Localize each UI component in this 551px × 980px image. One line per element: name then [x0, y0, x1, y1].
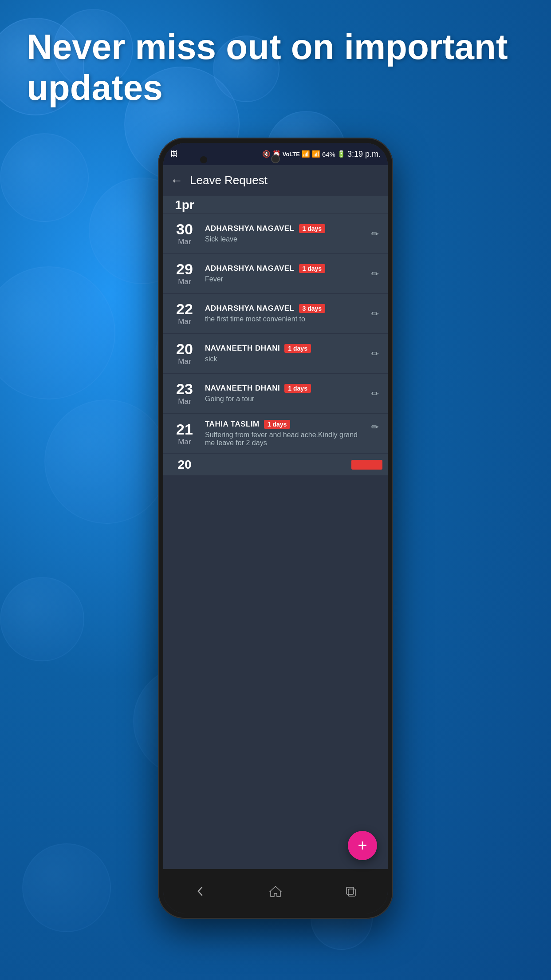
- status-time: 3:19 p.m.: [347, 150, 381, 159]
- date-column: 22 Mar: [169, 301, 201, 326]
- day-number: 21: [169, 422, 201, 437]
- date-column: 29 Mar: [169, 261, 201, 286]
- item-details: NAVANEETH DHANI 1 days Going for a tour: [201, 384, 368, 403]
- phone-device: 🖼 🔇 ⏰ VoLTE 📶 📶 64% 🔋 3:19 p.m. ← Leave …: [158, 138, 393, 919]
- status-left-icons: 🖼: [170, 150, 181, 158]
- camera: [271, 154, 280, 163]
- employee-name: ADHARSHYA NAGAVEL: [205, 304, 295, 313]
- item-details: NAVANEETH DHANI 1 days sick: [201, 344, 368, 363]
- leave-reason: Sick leave: [205, 235, 363, 243]
- day-number: 20: [169, 458, 201, 471]
- leave-reason: Suffering from fever and head ache.Kindl…: [205, 431, 363, 447]
- svg-rect-1: [346, 887, 354, 894]
- days-badge: 1 days: [299, 224, 326, 233]
- home-icon: [269, 885, 282, 898]
- day-number: 23: [169, 381, 201, 396]
- employee-name: NAVANEETH DHANI: [205, 384, 280, 393]
- item-header: TAHIA TASLIM 1 days: [205, 420, 363, 429]
- edit-button[interactable]: ✏: [368, 305, 382, 323]
- days-badge: 1 days: [284, 344, 311, 353]
- days-badge: 1 days: [284, 384, 311, 393]
- month-label: Mar: [169, 277, 201, 286]
- nav-home-button[interactable]: [262, 878, 289, 905]
- back-button[interactable]: ←: [170, 174, 183, 188]
- edit-button[interactable]: ✏: [368, 265, 382, 283]
- list-item[interactable]: 22 Mar ADHARSHYA NAGAVEL 3 days the firs…: [163, 294, 388, 334]
- employee-name: ADHARSHYA NAGAVEL: [205, 224, 295, 233]
- day-number: 20: [169, 341, 201, 356]
- nav-back-button[interactable]: [187, 878, 214, 905]
- edit-button[interactable]: ✏: [368, 420, 382, 436]
- partial-day: 1pr: [169, 198, 201, 212]
- month-label: Mar: [169, 317, 201, 326]
- svg-rect-2: [348, 889, 355, 896]
- item-header: NAVANEETH DHANI 1 days: [205, 344, 363, 353]
- days-badge: 1 days: [264, 420, 291, 429]
- employee-name: ADHARSHYA NAGAVEL: [205, 264, 295, 273]
- item-details: ADHARSHYA NAGAVEL 3 days the first time …: [201, 304, 368, 323]
- leave-reason: Fever: [205, 275, 363, 283]
- partial-top-item: 1pr: [163, 196, 388, 214]
- navigation-bar: [163, 869, 388, 913]
- day-number: 22: [169, 301, 201, 316]
- battery-icon: 🔋: [337, 150, 346, 158]
- month-label: Mar: [169, 438, 201, 447]
- svg-marker-0: [270, 886, 281, 897]
- mute-icon: 🔇: [262, 150, 271, 158]
- phone-screen: 🖼 🔇 ⏰ VoLTE 📶 📶 64% 🔋 3:19 p.m. ← Leave …: [163, 143, 388, 913]
- photo-icon: 🖼: [170, 150, 177, 158]
- item-details: ADHARSHYA NAGAVEL 1 days Sick leave: [201, 224, 368, 243]
- screen-title: Leave Request: [190, 174, 268, 187]
- date-column: 30 Mar: [169, 221, 201, 246]
- edit-button[interactable]: ✏: [368, 225, 382, 243]
- wifi-icon: 📶: [302, 150, 310, 158]
- leave-list: 1pr 30 Mar ADHARSHYA NAGAVEL 1 days Sick…: [163, 196, 388, 869]
- recent-apps-icon: [344, 885, 357, 898]
- item-details: TAHIA TASLIM 1 days Suffering from fever…: [201, 420, 368, 447]
- item-header: ADHARSHYA NAGAVEL 1 days: [205, 264, 363, 273]
- days-badge: 1 days: [299, 264, 326, 273]
- volte-label: VoLTE: [283, 151, 300, 158]
- edit-button[interactable]: ✏: [368, 345, 382, 363]
- day-number: 30: [169, 221, 201, 237]
- date-column: 20: [169, 458, 201, 471]
- leave-reason: Going for a tour: [205, 395, 363, 403]
- speaker: [200, 156, 207, 163]
- day-number: 29: [169, 261, 201, 277]
- month-label: Mar: [169, 397, 201, 406]
- employee-name: TAHIA TASLIM: [205, 420, 260, 429]
- date-column: 21 Mar: [169, 420, 201, 447]
- list-item[interactable]: 21 Mar TAHIA TASLIM 1 days Suffering fro…: [163, 414, 388, 454]
- list-item[interactable]: 29 Mar ADHARSHYA NAGAVEL 1 days Fever ✏: [163, 254, 388, 294]
- item-header: ADHARSHYA NAGAVEL 1 days: [205, 224, 363, 233]
- edit-button[interactable]: ✏: [368, 385, 382, 403]
- item-details: ADHARSHYA NAGAVEL 1 days Fever: [201, 264, 368, 283]
- app-bar: ← Leave Request: [163, 165, 388, 196]
- back-icon: [194, 885, 207, 898]
- employee-name: NAVANEETH DHANI: [205, 344, 280, 353]
- list-item[interactable]: 20 Mar NAVANEETH DHANI 1 days sick ✏: [163, 334, 388, 374]
- partial-bottom-item: 20: [163, 454, 388, 476]
- tagline: Never miss out on important updates: [27, 27, 524, 108]
- date-column: 23 Mar: [169, 381, 201, 406]
- leave-reason: the first time most convenient to: [205, 315, 363, 323]
- nav-recent-button[interactable]: [337, 878, 364, 905]
- month-label: Mar: [169, 237, 201, 246]
- list-item[interactable]: 23 Mar NAVANEETH DHANI 1 days Going for …: [163, 374, 388, 414]
- status-right-icons: 🔇 ⏰ VoLTE 📶 📶 64% 🔋 3:19 p.m.: [262, 150, 381, 159]
- battery-label: 64%: [322, 150, 335, 158]
- list-item[interactable]: 30 Mar ADHARSHYA NAGAVEL 1 days Sick lea…: [163, 214, 388, 254]
- month-label: Mar: [169, 357, 201, 366]
- item-header: NAVANEETH DHANI 1 days: [205, 384, 363, 393]
- days-badge: 3 days: [299, 304, 326, 313]
- leave-reason: sick: [205, 355, 363, 363]
- item-header: ADHARSHYA NAGAVEL 3 days: [205, 304, 363, 313]
- signal-icon: 📶: [312, 150, 320, 158]
- date-column: 20 Mar: [169, 341, 201, 366]
- add-request-button[interactable]: +: [348, 831, 377, 860]
